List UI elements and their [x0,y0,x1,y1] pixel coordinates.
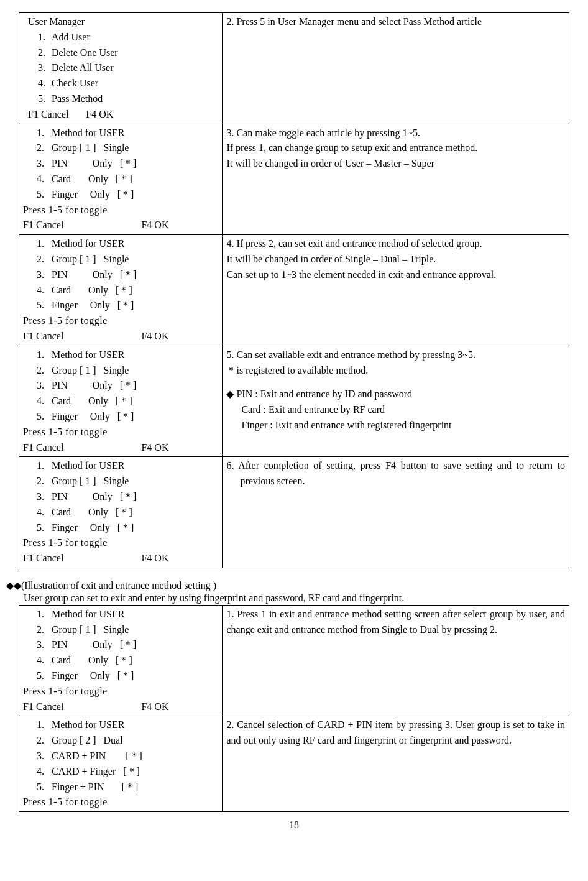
menu-line: 4. Card Only [＊] [37,394,218,409]
table-row: User Manager Add User Delete One User De… [19,13,569,124]
footer-line: F1 Cancel F4 OK [23,440,218,456]
toggle-hint: Press 1-5 for toggle [23,425,218,440]
menu-line: 2. Group [ 1 ] Single [37,141,218,156]
menu-line: 2. Group [ 2 ] Dual [37,733,218,749]
menu-line: 3. PIN Only [＊] [37,378,218,394]
list-item: Pass Method [48,91,218,107]
desc-cell: 2. Cancel selection of CARD + PIN item b… [223,716,569,812]
menu-line: 4. Card Only [＊] [37,653,218,668]
desc-line: Card : Exit and entrance by RF card [241,402,565,418]
menu-list: Add User Delete One User Delete All User… [23,30,218,107]
desc-text: 3. Can make toggle each article by press… [226,126,565,172]
menu-line: 5. Finger Only [＊] [37,520,218,536]
footer-line: F1 Cancel F4 OK [23,699,218,715]
cancel-label: F1 Cancel [28,109,68,119]
desc-text: 5. Can set available exit and entrance m… [226,348,565,379]
toggle-hint: Press 1-5 for toggle [23,203,218,218]
ok-label: F4 OK [86,109,113,119]
menu-line: 2. Group [ 1 ] Single [37,474,218,489]
list-item: Delete All User [48,60,218,76]
ok-label: F4 OK [141,218,168,233]
desc-text: 2. Cancel selection of CARD + PIN item b… [226,717,565,749]
ok-label: F4 OK [141,329,168,344]
list-item: Delete One User [48,45,218,61]
desc-text: 2. Press 5 in User Manager menu and sele… [240,14,565,30]
menu-line: 1. Method for USER [37,348,218,363]
menu-line: 3. PIN Only [＊] [37,267,218,283]
cancel-label: F1 Cancel [23,551,63,566]
ok-label: F4 OK [141,440,168,456]
desc-cell: 5. Can set available exit and entrance m… [223,346,569,457]
menu-line: 4. CARD + Finger [＊] [37,764,218,780]
screen-cell: 1. Method for USER 2. Group [ 1 ] Single… [19,124,223,235]
menu-line: 2. Group [ 1 ] Single [37,622,218,638]
toggle-hint: Press 1-5 for toggle [23,313,218,329]
menu-line: 1. Method for USER [37,607,218,622]
menu-line: 3. PIN Only [＊] [37,489,218,505]
screen-cell: User Manager Add User Delete One User De… [19,13,223,124]
footer-line: F1 Cancel F4 OK [23,329,218,344]
menu-line: 4. Card Only [＊] [37,172,218,187]
screen-cell: 1. Method for USER 2. Group [ 1 ] Single… [19,235,223,346]
desc-cell: 3. Can make toggle each article by press… [223,124,569,235]
menu-line: 3. CARD + PIN [＊] [37,749,218,764]
menu-line: 2. Group [ 1 ] Single [37,252,218,267]
menu-line: 1. Method for USER [37,236,218,252]
menu-line: 4. Card Only [＊] [37,505,218,520]
menu-title: User Manager [28,14,218,30]
cancel-label: F1 Cancel [23,329,63,344]
instruction-table-1: User Manager Add User Delete One User De… [19,12,569,568]
menu-line: 3. PIN Only [＊] [37,637,218,653]
menu-line: 5. Finger Only [＊] [37,668,218,684]
menu-line: 5. Finger + PIN [＊] [37,780,218,795]
desc-text: 4. If press 2, can set exit and entrance… [226,236,565,282]
menu-line: 4. Card Only [＊] [37,283,218,298]
desc-line: ◆ PIN : Exit and entrance by ID and pass… [226,387,565,402]
desc-text: 1. Press 1 in exit and entrance method s… [226,607,565,638]
toggle-hint: Press 1-5 for toggle [23,795,218,810]
toggle-hint: Press 1-5 for toggle [23,684,218,699]
screen-cell: 1. Method for USER 2. Group [ 1 ] Single… [19,457,223,568]
desc-text: 6. After completion of setting, press F4… [240,458,565,489]
page-number: 18 [19,819,569,831]
table-row: 1. Method for USER 2. Group [ 2 ] Dual 3… [19,716,569,812]
desc-cell: 6. After completion of setting, press F4… [223,457,569,568]
cancel-label: F1 Cancel [23,440,63,456]
cancel-label: F1 Cancel [23,218,63,233]
menu-line: 5. Finger Only [＊] [37,187,218,203]
section-heading: ◆◆(Illustration of exit and entrance met… [6,579,569,591]
table-row: 1. Method for USER 2. Group [ 1 ] Single… [19,346,569,457]
cancel-label: F1 Cancel [23,699,63,715]
menu-line: 5. Finger Only [＊] [37,298,218,313]
menu-line: 1. Method for USER [37,458,218,474]
desc-line: Finger : Exit and entrance with register… [241,418,565,433]
desc-cell: 1. Press 1 in exit and entrance method s… [223,605,569,716]
footer-line: F1 Cancel F4 OK [23,218,218,233]
menu-line: 2. Group [ 1 ] Single [37,363,218,379]
footer-line: F1 Cancel F4 OK [28,107,218,122]
menu-line: 1. Method for USER [37,126,218,141]
menu-line: 1. Method for USER [37,717,218,733]
desc-cell: 4. If press 2, can set exit and entrance… [223,235,569,346]
ok-label: F4 OK [141,551,168,566]
table-row: 1. Method for USER 2. Group [ 1 ] Single… [19,235,569,346]
list-item: Check User [48,76,218,91]
screen-cell: 1. Method for USER 2. Group [ 1 ] Single… [19,605,223,716]
menu-line: 5. Finger Only [＊] [37,409,218,425]
screen-cell: 1. Method for USER 2. Group [ 1 ] Single… [19,346,223,457]
menu-line: 3. PIN Only [＊] [37,156,218,172]
table-row: 1. Method for USER 2. Group [ 1 ] Single… [19,605,569,716]
footer-line: F1 Cancel F4 OK [23,551,218,566]
toggle-hint: Press 1-5 for toggle [23,535,218,551]
table-row: 1. Method for USER 2. Group [ 1 ] Single… [19,124,569,235]
screen-cell: 1. Method for USER 2. Group [ 2 ] Dual 3… [19,716,223,812]
desc-cell: 2. Press 5 in User Manager menu and sele… [223,13,569,124]
table-row: 1. Method for USER 2. Group [ 1 ] Single… [19,457,569,568]
section-subheading: User group can set to exit and enter by … [24,593,569,604]
ok-label: F4 OK [141,699,168,715]
instruction-table-2: 1. Method for USER 2. Group [ 1 ] Single… [19,605,569,812]
list-item: Add User [48,30,218,45]
